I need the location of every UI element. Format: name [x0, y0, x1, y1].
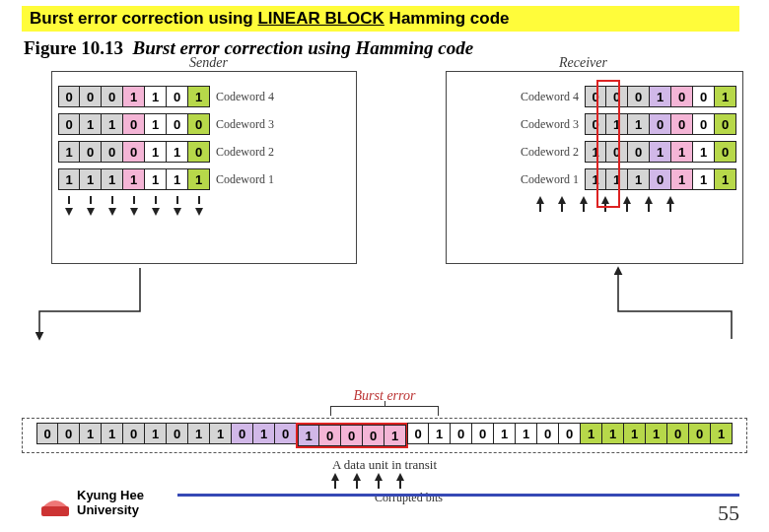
bit-cell: 1 [715, 86, 736, 107]
column-arrow-icon [152, 196, 160, 216]
column-arrow-icon [536, 196, 544, 216]
column-arrow-icon [601, 196, 609, 216]
column-arrow-icon [108, 196, 116, 216]
burst-error-group: 10001 [296, 423, 408, 448]
codeword-row: 0001001Codeword 4 [453, 86, 736, 107]
bit-cell: 0 [628, 86, 650, 107]
bit-cell: 0 [693, 113, 715, 135]
bit-cell: 1 [671, 168, 693, 190]
svg-rect-0 [41, 506, 69, 516]
bit-cell: 0 [472, 423, 494, 444]
bit-cell: 1 [494, 423, 516, 444]
bit-cell: 1 [188, 86, 210, 107]
column-arrow-icon [65, 196, 73, 216]
bit-cell: 0 [606, 86, 628, 107]
bit-cell: 0 [715, 141, 736, 163]
codeword-row: 1001110Codeword 2 [453, 141, 736, 163]
sender-column-arrows [58, 196, 350, 216]
bit-cell: 1 [693, 168, 715, 190]
university-name: Kyung Hee University [77, 489, 144, 518]
bit-cell: 1 [58, 141, 80, 163]
bit-cell: 1 [646, 423, 667, 444]
bit-cell: 0 [363, 425, 384, 446]
bit-cell: 1 [606, 113, 628, 135]
bit-cell: 0 [188, 113, 210, 135]
university-logo-icon [39, 493, 71, 520]
bit-cell: 0 [123, 113, 145, 135]
bit-cell: 0 [167, 113, 188, 135]
bit-cell: 1 [628, 113, 650, 135]
codeword-row: 0110000Codeword 3 [453, 113, 736, 135]
university-line1: Kyung Hee [77, 488, 144, 502]
bit-cell: 0 [559, 423, 581, 444]
codeword-label: Codeword 4 [521, 90, 579, 104]
bit-cell: 0 [341, 425, 363, 446]
data-unit-strip: 00110101101010001010011001111001 [22, 418, 747, 453]
bit-cell: 1 [693, 141, 715, 163]
column-arrow-icon [580, 196, 588, 216]
bit-cell: 0 [232, 423, 253, 444]
bit-cell: 1 [711, 423, 733, 444]
codeword-row: 1000110Codeword 2 [58, 141, 350, 163]
codeword-row: 1110111Codeword 1 [453, 168, 736, 190]
column-arrow-icon [558, 196, 566, 216]
bit-cell: 1 [102, 113, 123, 135]
slide-title: Burst error correction using LINEAR BLOC… [22, 6, 739, 32]
footer-rule [177, 494, 739, 497]
bit-cell: 0 [689, 423, 711, 444]
bit-cell: 1 [102, 168, 123, 190]
bit-cell: 1 [188, 168, 210, 190]
codeword-label: Codeword 1 [521, 172, 579, 187]
bit-cell: 1 [102, 423, 123, 444]
bit-cell: 1 [80, 423, 102, 444]
column-arrow-icon [130, 196, 138, 216]
university-line2: University [77, 502, 139, 517]
bit-cell: 0 [628, 141, 650, 163]
bit-cell: 1 [123, 86, 145, 107]
bit-cell: 0 [58, 113, 80, 135]
bit-cell: 0 [188, 141, 210, 163]
bit-cell: 0 [451, 423, 472, 444]
title-linear-block: LINEAR BLOCK [257, 9, 384, 28]
receiver-box: 0001001Codeword 40110000Codeword 3100111… [446, 71, 743, 264]
bit-cell: 1 [516, 423, 537, 444]
bit-cell: 1 [429, 423, 451, 444]
sender-label: Sender [189, 55, 228, 71]
bit-cell: 1 [80, 168, 102, 190]
column-arrow-icon [195, 196, 203, 216]
bit-cell: 1 [210, 423, 232, 444]
bit-cell: 0 [585, 113, 606, 135]
bit-cell: 1 [167, 141, 188, 163]
bit-cell: 1 [715, 168, 736, 190]
bit-cell: 0 [671, 86, 693, 107]
column-arrow-icon [87, 196, 95, 216]
codeword-row: 0001101Codeword 4 [58, 86, 350, 107]
bit-cell: 1 [606, 168, 628, 190]
bit-cell: 1 [298, 425, 319, 446]
bit-cell: 0 [650, 113, 671, 135]
bit-cell: 1 [145, 141, 167, 163]
bit-cell: 0 [80, 141, 102, 163]
receiver-label: Receiver [559, 55, 607, 71]
bit-cell: 0 [407, 423, 429, 444]
bit-cell: 0 [537, 423, 559, 444]
bit-cell: 0 [667, 423, 689, 444]
bit-cell: 0 [80, 86, 102, 107]
bit-cell: 0 [671, 113, 693, 135]
bit-cell: 1 [188, 423, 210, 444]
bit-cell: 1 [145, 168, 167, 190]
bit-cell: 1 [58, 168, 80, 190]
bit-cell: 1 [650, 86, 671, 107]
bit-cell: 1 [145, 423, 167, 444]
bit-cell: 1 [145, 86, 167, 107]
codeword-row: 0110100Codeword 3 [58, 113, 350, 135]
bit-cell: 1 [581, 423, 602, 444]
codeword-label: Codeword 3 [521, 117, 579, 132]
bit-cell: 0 [36, 423, 58, 444]
figure-number: Figure 10.13 [24, 37, 123, 58]
bit-cell: 1 [80, 113, 102, 135]
receiver-column-arrows [453, 196, 736, 216]
column-arrow-icon [645, 196, 653, 216]
codeword-label: Codeword 4 [216, 90, 274, 104]
page-number: 55 [718, 500, 739, 526]
